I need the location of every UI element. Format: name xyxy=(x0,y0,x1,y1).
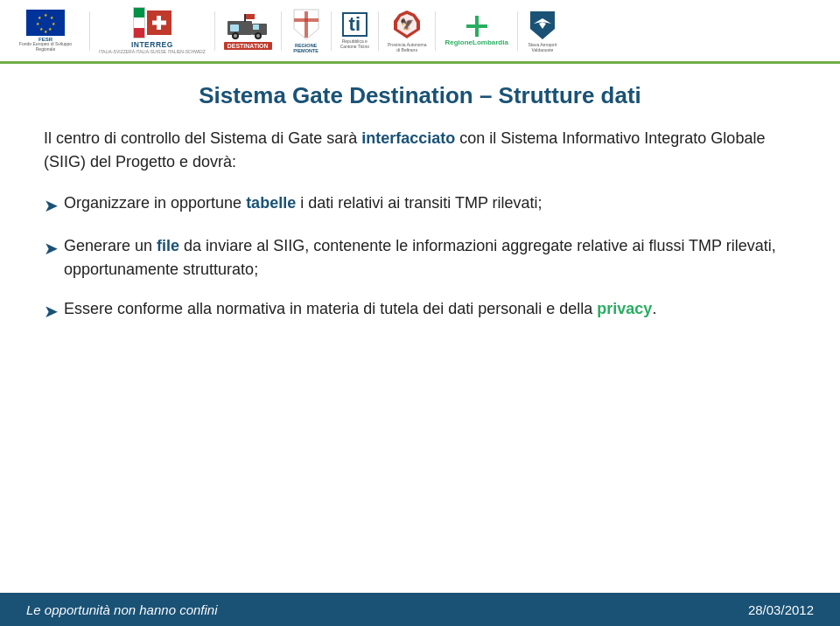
intro-highlight: interfacciato xyxy=(361,129,455,147)
svg-rect-19 xyxy=(304,11,308,38)
footer: Le opportunità non hanno confini 28/03/2… xyxy=(0,593,840,626)
bullet-1-prefix: Organizzare in opportune xyxy=(64,194,246,212)
divider-5 xyxy=(378,11,379,51)
bullet-arrow-3: ➤ xyxy=(44,298,59,324)
divider-7 xyxy=(517,11,518,51)
slide-title: Sistema Gate Destination – Strutture dat… xyxy=(44,81,796,111)
divider-6 xyxy=(435,11,436,51)
svg-rect-10 xyxy=(230,24,239,31)
svg-rect-18 xyxy=(246,14,255,19)
divider-1 xyxy=(89,11,90,51)
bullet-1-bold: tabelle xyxy=(246,194,296,212)
aeroporti-logo: Stava AeroportValdaouste xyxy=(527,10,558,52)
divider-2 xyxy=(214,11,215,51)
ti-logo: ti Repubblica eCantone Ticino xyxy=(340,12,369,49)
bullet-arrow-1: ➤ xyxy=(44,192,59,219)
destination-label: DESTINATION xyxy=(224,42,272,50)
svg-rect-20 xyxy=(294,18,318,22)
divider-4 xyxy=(331,11,332,51)
beltrano-label: Provincia Autonomadi Beltrano xyxy=(388,42,426,52)
footer-left-text: Le opportunità non hanno confini xyxy=(26,602,218,617)
svg-text:🦅: 🦅 xyxy=(400,17,415,31)
intro-paragraph: Il centro di controllo del Sistema di Ga… xyxy=(44,127,796,174)
svg-rect-17 xyxy=(244,14,246,22)
main-content: Sistema Gate Destination – Strutture dat… xyxy=(0,64,840,593)
bullet-2-bold: file xyxy=(157,237,179,254)
bullet-text-2: Generare un file da inviare al SIIG, con… xyxy=(64,234,796,282)
fesr-sublabel: Fondo Europeo di Sviluppo Regionale xyxy=(18,42,74,52)
destination-logo: DESTINATION xyxy=(224,12,272,50)
interreg-sublabel: ITALIA-SVIZZERA ITALIA-SUISSE ITALIEN-SC… xyxy=(99,49,206,54)
beltrano-logo: 🦅 Provincia Autonomadi Beltrano xyxy=(388,9,426,52)
lombardia-logo: RegioneLombardia xyxy=(444,15,508,46)
slide: ★ ★ ★ ★ ★ ★ ★ ★ FESR Fondo Europeo di Sv… xyxy=(0,0,840,626)
bullet-item-3: ➤ Essere conforme alla normativa in mate… xyxy=(44,297,796,324)
footer-date: 28/03/2012 xyxy=(748,602,814,617)
bullet-3-prefix: Essere conforme alla normativa in materi… xyxy=(64,300,597,317)
piemonte-logo: REGIONEPIEMONTE xyxy=(290,8,322,53)
svg-point-14 xyxy=(234,34,237,38)
bullet-section-1: ➤ Organizzare in opportune tabelle i dat… xyxy=(44,191,796,222)
header: ★ ★ ★ ★ ★ ★ ★ ★ FESR Fondo Europeo di Sv… xyxy=(0,0,840,64)
bullet-1-suffix: i dati relativi ai transiti TMP rilevati… xyxy=(296,194,542,212)
bullet-text-1: Organizzare in opportune tabelle i dati … xyxy=(64,191,796,215)
intro-text-part1: Il centro di controllo del Sistema di Ga… xyxy=(44,129,361,147)
lombardia-label: RegioneLombardia xyxy=(444,38,508,46)
interreg-label: INTERREG xyxy=(131,40,173,49)
header-logos: ★ ★ ★ ★ ★ ★ ★ ★ FESR Fondo Europeo di Sv… xyxy=(10,7,558,54)
aeroporti-label: Stava AeroportValdaouste xyxy=(528,42,556,52)
bullet-text-3: Essere conforme alla normativa in materi… xyxy=(64,297,796,321)
bullet-item-1: ➤ Organizzare in opportune tabelle i dat… xyxy=(44,191,796,219)
bullet-section-3: ➤ Essere conforme alla normativa in mate… xyxy=(44,297,796,328)
bullet-2-prefix: Generare un xyxy=(64,237,157,254)
bullet-section-2: ➤ Generare un file da inviare al SIIG, c… xyxy=(44,234,796,285)
bullet-item-2: ➤ Generare un file da inviare al SIIG, c… xyxy=(44,234,796,282)
divider-3 xyxy=(281,11,282,51)
interreg-logo: INTERREG ITALIA-SVIZZERA ITALIA-SUISSE I… xyxy=(99,7,206,54)
bullet-3-bold: privacy xyxy=(597,300,652,317)
svg-rect-12 xyxy=(253,24,259,30)
fesr-eu-logo: ★ ★ ★ ★ ★ ★ ★ ★ FESR Fondo Europeo di Sv… xyxy=(10,10,80,52)
svg-point-16 xyxy=(256,34,260,38)
bullet-arrow-2: ➤ xyxy=(44,235,59,261)
piemonte-label: REGIONEPIEMONTE xyxy=(293,43,318,53)
ti-sublabel: Repubblica eCantone Ticino xyxy=(340,38,369,49)
svg-rect-24 xyxy=(466,24,487,28)
bullet-3-suffix: . xyxy=(652,300,656,317)
ti-label: ti xyxy=(342,12,368,37)
